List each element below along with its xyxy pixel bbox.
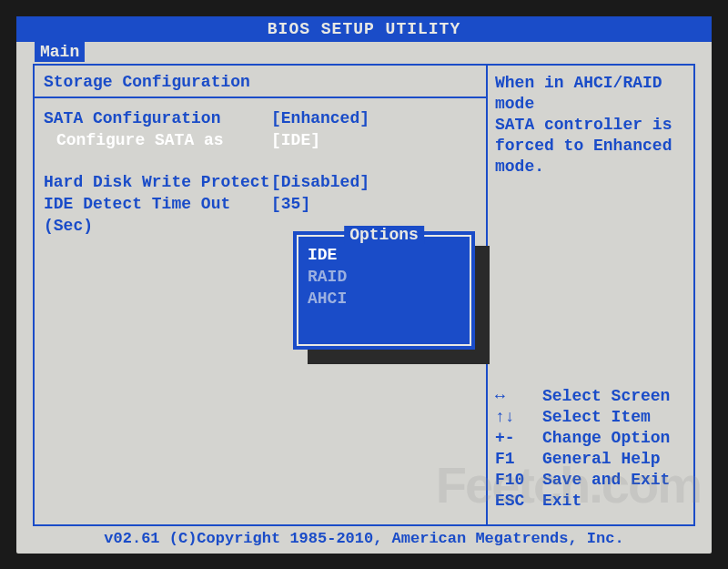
legend-select-item: ↑↓ Select Item	[495, 407, 686, 428]
label-configure-as: Configure SATA as	[44, 129, 271, 151]
footer: v02.61 (C)Copyright 1985-2010, American …	[16, 530, 712, 547]
popup-frame: Options IDE RAID AHCI	[297, 235, 471, 346]
label-write-protect: Hard Disk Write Protect	[44, 171, 271, 193]
value-sata-config: [Enhanced]	[271, 107, 369, 129]
value-configure-as: [IDE]	[271, 129, 320, 151]
legend-desc: Select Screen	[542, 386, 670, 407]
legend-key: ESC	[495, 491, 542, 512]
row-configure-sata-as[interactable]: Configure SATA as [IDE]	[44, 129, 477, 151]
help-line: forced to Enhanced	[495, 136, 686, 157]
legend-desc: General Help	[542, 449, 661, 470]
separator	[35, 97, 486, 98]
section-title: Storage Configuration	[44, 73, 477, 91]
right-panel: When in AHCI/RAID mode SATA controller i…	[488, 66, 693, 524]
label-ide-timeout: IDE Detect Time Out (Sec)	[44, 193, 271, 237]
legend-key: F10	[495, 470, 542, 491]
legend-desc: Change Option	[542, 428, 670, 449]
value-write-protect: [Disabled]	[271, 171, 369, 193]
legend-key: +-	[495, 428, 542, 449]
popup-title: Options	[344, 226, 424, 244]
legend-desc: Save and Exit	[542, 470, 670, 491]
help-line: mode.	[495, 157, 686, 178]
tab-row: Main	[16, 42, 712, 62]
row-write-protect[interactable]: Hard Disk Write Protect [Disabled]	[44, 171, 477, 193]
popup-item-ahci[interactable]: AHCI	[308, 288, 460, 310]
title-text: BIOS SETUP UTILITY	[268, 20, 460, 38]
help-text: When in AHCI/RAID mode SATA controller i…	[495, 73, 686, 178]
legend-change-option: +- Change Option	[495, 428, 686, 449]
tab-main[interactable]: Main	[35, 42, 85, 62]
legend-general-help: F1 General Help	[495, 449, 686, 470]
bios-screen: BIOS SETUP UTILITY Main Storage Configur…	[16, 16, 712, 554]
legend: ↔ Select Screen ↑↓ Select Item +- Change…	[495, 386, 686, 512]
legend-select-screen: ↔ Select Screen	[495, 386, 686, 407]
help-line: SATA controller is	[495, 115, 686, 136]
left-panel: Storage Configuration SATA Configuration…	[35, 66, 488, 524]
title-bar: BIOS SETUP UTILITY	[16, 16, 712, 42]
legend-key: ↑↓	[495, 407, 542, 428]
help-line: When in AHCI/RAID mode	[495, 73, 686, 115]
options-popup: Options IDE RAID AHCI	[293, 231, 475, 350]
legend-save-exit: F10 Save and Exit	[495, 470, 686, 491]
popup-item-raid[interactable]: RAID	[308, 266, 460, 288]
legend-exit: ESC Exit	[495, 491, 686, 512]
legend-key: ↔	[495, 386, 542, 407]
legend-desc: Exit	[542, 491, 581, 512]
value-ide-timeout: [35]	[271, 193, 310, 237]
popup-items: IDE RAID AHCI	[298, 237, 470, 313]
label-sata-config: SATA Configuration	[44, 107, 271, 129]
legend-key: F1	[495, 449, 542, 470]
main-frame: Storage Configuration SATA Configuration…	[33, 64, 695, 526]
popup-item-ide[interactable]: IDE	[308, 244, 460, 266]
legend-desc: Select Item	[542, 407, 651, 428]
spacer	[44, 151, 477, 171]
row-sata-configuration[interactable]: SATA Configuration [Enhanced]	[44, 107, 477, 129]
